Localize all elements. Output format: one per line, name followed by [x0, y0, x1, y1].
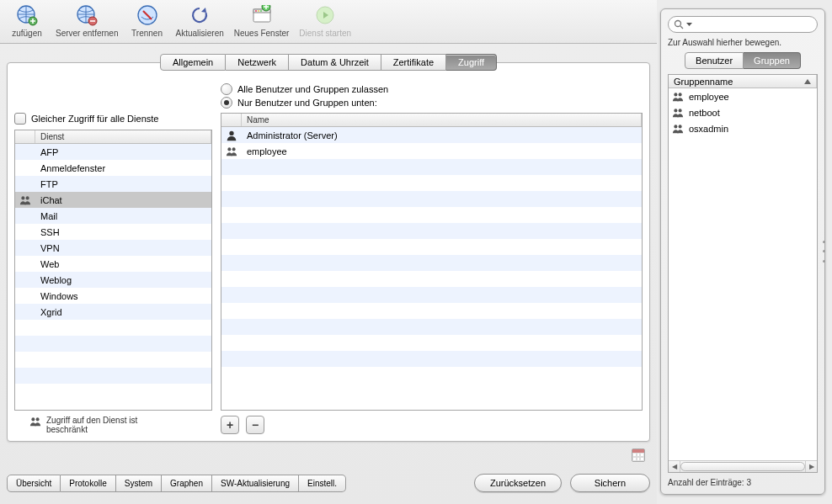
tab-datum-uhrzeit[interactable]: Datum & Uhrzeit: [289, 54, 381, 71]
table-row[interactable]: [221, 175, 642, 191]
table-row[interactable]: Anmeldefenster: [15, 160, 211, 176]
drawer-tab-groups[interactable]: Gruppen: [744, 52, 801, 69]
tab-allgemein[interactable]: Allgemein: [160, 54, 226, 71]
same-access-checkbox[interactable]: [14, 113, 26, 125]
table-row[interactable]: Administrator (Server): [221, 127, 642, 143]
svg-point-19: [675, 21, 681, 27]
search-input[interactable]: [695, 19, 812, 29]
search-field[interactable]: [668, 16, 818, 33]
seg-einstell[interactable]: Einstell.: [299, 475, 346, 492]
list-item[interactable]: osxadmin: [669, 120, 817, 136]
table-row[interactable]: iChat: [15, 192, 211, 208]
group-name: osxadmin: [669, 123, 817, 135]
seg-graphen[interactable]: Graphen: [162, 475, 212, 492]
svg-point-24: [674, 125, 677, 128]
table-row[interactable]: [221, 351, 642, 367]
table-row[interactable]: [221, 255, 642, 271]
group-icon: [15, 194, 35, 206]
table-row[interactable]: [15, 336, 211, 352]
table-row[interactable]: Windows: [15, 288, 211, 304]
user-icon: [221, 130, 242, 141]
tab-netzwerk[interactable]: Netzwerk: [226, 54, 289, 71]
seg-sw-akt[interactable]: SW-Aktualisierung: [212, 475, 299, 492]
table-row[interactable]: Web: [15, 256, 211, 272]
drawer-count: Anzahl der Einträge: 3: [668, 478, 818, 487]
toolbar-remove-server[interactable]: Server entfernen: [51, 3, 124, 38]
calendar-icon[interactable]: [632, 448, 645, 462]
radio-allow-all[interactable]: Alle Benutzer und Gruppen zulassen: [221, 83, 643, 95]
seg-protokolle[interactable]: Protokolle: [61, 475, 115, 492]
drawer-list-header[interactable]: Gruppenname: [669, 75, 817, 88]
toolbar-refresh[interactable]: Aktualisieren: [171, 3, 229, 38]
globe-minus-icon: [76, 4, 98, 26]
toolbar-new-window[interactable]: Neues Fenster: [229, 3, 295, 38]
toolbar-disconnect[interactable]: Trennen: [124, 3, 171, 38]
table-row[interactable]: [221, 159, 642, 175]
table-row[interactable]: Xgrid: [15, 304, 211, 320]
table-row[interactable]: [221, 319, 642, 335]
drawer-list-body[interactable]: employeenetbootosxadmin: [669, 88, 817, 460]
drawer-resize-handle[interactable]: [821, 237, 826, 266]
drawer-tab-users[interactable]: Benutzer: [685, 52, 744, 69]
table-row[interactable]: AFP: [15, 144, 211, 160]
radio-all-button[interactable]: [221, 83, 232, 95]
list-item[interactable]: employee: [669, 88, 817, 104]
services-footer: Zugriff auf den Dienst ist beschränkt: [14, 416, 212, 434]
seg-system[interactable]: System: [116, 475, 162, 492]
table-row[interactable]: [221, 271, 642, 287]
service-name: Anmeldefenster: [35, 163, 211, 173]
table-row[interactable]: SSH: [15, 224, 211, 240]
table-row[interactable]: VPN: [15, 240, 211, 256]
toolbar-add-server[interactable]: zufügen: [3, 3, 51, 38]
add-button[interactable]: +: [221, 416, 239, 434]
table-row[interactable]: [15, 352, 211, 368]
svg-point-15: [36, 417, 40, 421]
table-row[interactable]: Weblog: [15, 272, 211, 288]
allowed-header: Name: [221, 114, 642, 127]
refresh-icon: [189, 5, 210, 25]
allowed-body[interactable]: Administrator (Server)employee: [221, 127, 642, 410]
table-row[interactable]: [15, 384, 211, 400]
reset-button[interactable]: Zurücksetzen: [474, 474, 562, 492]
table-row[interactable]: [15, 320, 211, 336]
group-name: netboot: [669, 107, 817, 119]
seg-uebersicht[interactable]: Übersicht: [7, 475, 61, 492]
zugriff-panel: Gleicher Zugriff für alle Dienste Dienst…: [7, 62, 650, 442]
radio-listed-button[interactable]: [221, 97, 232, 109]
new-window-icon: [251, 5, 273, 25]
table-row[interactable]: Mail: [15, 208, 211, 224]
chevron-down-icon: [686, 22, 692, 28]
svg-point-14: [31, 417, 35, 421]
svg-point-23: [679, 109, 682, 112]
svg-point-20: [674, 93, 677, 96]
svg-point-8: [258, 10, 259, 12]
tab-zugriff[interactable]: Zugriff: [446, 54, 497, 71]
table-row[interactable]: [15, 368, 211, 384]
table-row[interactable]: [221, 191, 642, 207]
bottom-segmented: Übersicht Protokolle System Graphen SW-A…: [7, 475, 346, 492]
service-name: Mail: [35, 211, 211, 221]
service-name: Web: [35, 259, 211, 269]
remove-button[interactable]: −: [246, 416, 264, 434]
save-button[interactable]: Sichern: [570, 474, 650, 492]
table-row[interactable]: [221, 207, 642, 223]
horizontal-scrollbar[interactable]: ◀▶: [669, 460, 817, 472]
table-row[interactable]: employee: [221, 143, 642, 159]
svg-point-21: [679, 93, 682, 96]
same-access-row[interactable]: Gleicher Zugriff für alle Dienste: [14, 113, 212, 125]
restricted-note: Zugriff auf den Dienst ist beschränkt: [46, 416, 173, 434]
list-item[interactable]: netboot: [669, 104, 817, 120]
table-row[interactable]: [221, 223, 642, 239]
tab-zertifikate[interactable]: Zertifikate: [381, 54, 446, 71]
services-body[interactable]: AFPAnmeldefensterFTPiChatMailSSHVPNWebWe…: [15, 144, 211, 410]
table-row[interactable]: [221, 303, 642, 319]
disconnect-icon: [136, 4, 158, 26]
table-row[interactable]: FTP: [15, 176, 211, 192]
table-row[interactable]: [221, 367, 642, 383]
radio-allow-listed[interactable]: Nur Benutzer und Gruppen unten:: [221, 97, 643, 109]
table-row[interactable]: [221, 335, 642, 351]
allowed-name: Administrator (Server): [242, 130, 642, 141]
toolbar-start-service: Dienst starten: [294, 3, 356, 38]
table-row[interactable]: [221, 287, 642, 303]
table-row[interactable]: [221, 239, 642, 255]
